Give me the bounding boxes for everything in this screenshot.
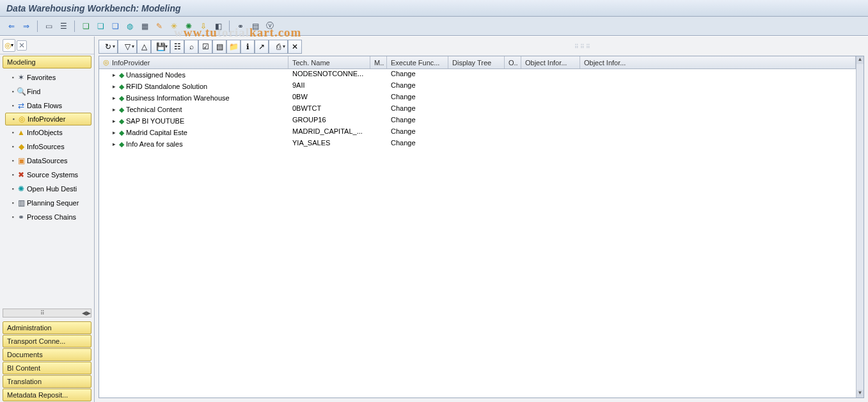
sidebar-display-icon[interactable]: ◎▾ [3,39,15,52]
bullet-icon: ▪ [10,186,15,192]
row-tech-name: 9AII [288,81,370,92]
table-row[interactable]: ▸ ◆ Business Information Warehouse 0BW C… [99,92,856,104]
grid-icon[interactable]: ▦ [138,20,151,33]
cube-blue-icon[interactable]: ❏ [109,20,122,33]
print-icon[interactable]: ⎙ [269,40,288,54]
select-icon[interactable]: ☑ [198,40,212,54]
columns-icon[interactable]: ▤ [212,40,226,54]
bullet-icon: ▪ [10,102,15,109]
expand-icon[interactable]: ▸ [111,118,117,124]
sort-asc-icon[interactable]: △ [137,40,151,54]
table-row[interactable]: ▸ ◆ Unassigned Nodes NODESNOTCONNE... Ch… [99,69,856,81]
col-header[interactable]: M.. [370,56,387,68]
nav-datasources[interactable]: ▪ ▣ DataSources [5,154,91,168]
expand-icon[interactable]: ▸ [111,129,117,136]
nav-planning-seq[interactable]: ▪ ▥ Planning Sequer [5,196,91,210]
spark-icon[interactable]: ✺ [182,20,195,33]
col-header[interactable]: Execute Func... [387,56,448,68]
bullet-icon: ▪ [10,157,15,164]
sidebar-bottom-accordion: AdministrationTransport Conne...Document… [0,320,94,402]
back-icon[interactable]: ⇐ [5,20,18,33]
nav-icon: ▥ [15,198,27,207]
acc-translation[interactable]: Translation [3,375,91,388]
nav-open-hub[interactable]: ▪ ✺ Open Hub Desti [5,182,91,196]
download-icon[interactable]: ⇩ [197,20,210,33]
acc-modeling[interactable]: Modeling [3,56,91,68]
nav-label: DataSources [27,157,68,165]
acc-transport-connection[interactable]: Transport Conne... [3,335,91,348]
separator [74,20,75,32]
col-header[interactable]: Object Infor... [580,56,856,68]
expand-icon[interactable]: ▸ [111,141,117,147]
cylinder-icon[interactable]: ◍ [123,20,136,33]
grid-vscroll[interactable]: ▲ ▼ [856,56,864,398]
filter-icon[interactable]: ▽ [118,40,137,54]
expand-icon[interactable]: ▸ [111,83,117,90]
link-icon[interactable]: ⚭ [234,20,247,33]
acc-documents[interactable]: Documents [3,348,91,361]
nav-icon: ⚭ [15,213,27,221]
nav-icon: ✺ [15,184,27,193]
bullet-icon: ▪ [10,74,15,81]
row-exec-func: Change [387,92,448,104]
wand-icon[interactable]: ✎ [153,20,166,33]
db-icon[interactable]: ▤ [249,20,262,33]
nav-find[interactable]: ▪ 🔍 Find [5,84,91,99]
col-header[interactable]: Object Infor... [521,56,580,68]
find-icon[interactable]: ⌕ [184,40,198,54]
separator [37,20,38,32]
nav-source-systems[interactable]: ▪ ✖ Source Systems [5,168,91,182]
title-bar: Data Warehousing Workbench: Modeling [0,0,868,17]
nav-process-chains[interactable]: ▪ ⚭ Process Chains [5,210,91,224]
sidebar-close-icon[interactable]: ✕ [17,40,27,51]
nav-label: Source Systems [27,171,78,179]
nav-icon: ▣ [15,156,27,165]
refresh-icon[interactable]: ↻ [99,40,118,54]
col-header[interactable]: O.. [505,56,521,68]
nav-infosources[interactable]: ▪ ◆ InfoSources [5,140,91,154]
table-row[interactable]: ▸ ◆ RFID Standalone Solution 9AII Change [99,81,856,92]
info-icon[interactable]: ℹ [241,40,255,54]
nav-label: Data Flows [27,102,62,109]
gear-icon[interactable]: ✳ [168,20,180,33]
nav-data-flows[interactable]: ▪ ⇄ Data Flows [5,99,91,113]
var-icon[interactable]: ⓥ [264,20,276,33]
row-exec-func: Change [387,138,448,150]
tag-icon[interactable]: ◧ [212,20,225,33]
acc-administration[interactable]: Administration [3,321,91,334]
tree-icon[interactable]: ☰ [57,20,70,33]
table-row[interactable]: ▸ ◆ Technical Content 0BWTCT Change [99,104,856,115]
acc-metadata-repository[interactable]: Metadata Reposit... [3,389,91,401]
hierarchy-icon[interactable]: ☷ [170,40,184,54]
bullet-icon: ▪ [10,214,15,220]
col-header[interactable]: Tech. Name [288,56,370,68]
forward-icon[interactable]: ⇒ [20,20,33,33]
expand-icon[interactable]: ▸ [111,106,117,113]
nav-tree: ▪ ✶ Favorites▪ 🔍 Find▪ ⇄ Data Flows▪ ◎ I… [3,69,91,225]
toolbar-drag-handle[interactable]: ⠿⠿⠿ [302,40,864,54]
expand-icon[interactable]: ▸ [111,72,117,78]
external-icon[interactable]: ↗ [255,40,269,54]
table-row[interactable]: ▸ ◆ Madrid Capital Este MADRID_CAPITAL_.… [99,127,856,138]
sidebar-hscroll[interactable]: ⠿◀▶ [3,309,91,318]
nav-infoprovider[interactable]: ▪ ◎ InfoProvider [5,113,91,125]
save-icon[interactable]: 💾 [151,40,170,54]
close-view-icon[interactable]: ✕ [288,40,302,54]
bullet-icon: ▪ [10,200,15,206]
expand-icon[interactable]: ▸ [111,95,117,101]
row-exec-func: Change [387,127,448,138]
col-header[interactable]: ◎InfoProvider [99,56,288,68]
acc-bi-content[interactable]: BI Content [3,362,91,374]
cube-green-icon[interactable]: ❏ [79,20,92,33]
separator [229,20,230,32]
nav-infoobjects[interactable]: ▪ ▲ InfoObjects [5,125,91,140]
table-row[interactable]: ▸ ◆ Info Area for sales YIA_SALES Change [99,138,856,150]
window-icon[interactable]: ▭ [42,20,55,33]
nav-favorites[interactable]: ▪ ✶ Favorites [5,70,91,84]
sidebar: ◎▾ ✕ Modeling ▪ ✶ Favorites▪ 🔍 Find▪ ⇄ D… [0,36,95,402]
col-header[interactable]: Display Tree [448,56,505,68]
main-toolbar: ↻▽△💾☷⌕☑▤📁ℹ↗⎙✕ ⠿⠿⠿ [95,36,868,54]
table-row[interactable]: ▸ ◆ SAP BI YOUTUBE GROUP16 Change [99,115,856,127]
folder-icon[interactable]: 📁 [226,40,241,54]
cube-teal-icon[interactable]: ❏ [94,20,107,33]
